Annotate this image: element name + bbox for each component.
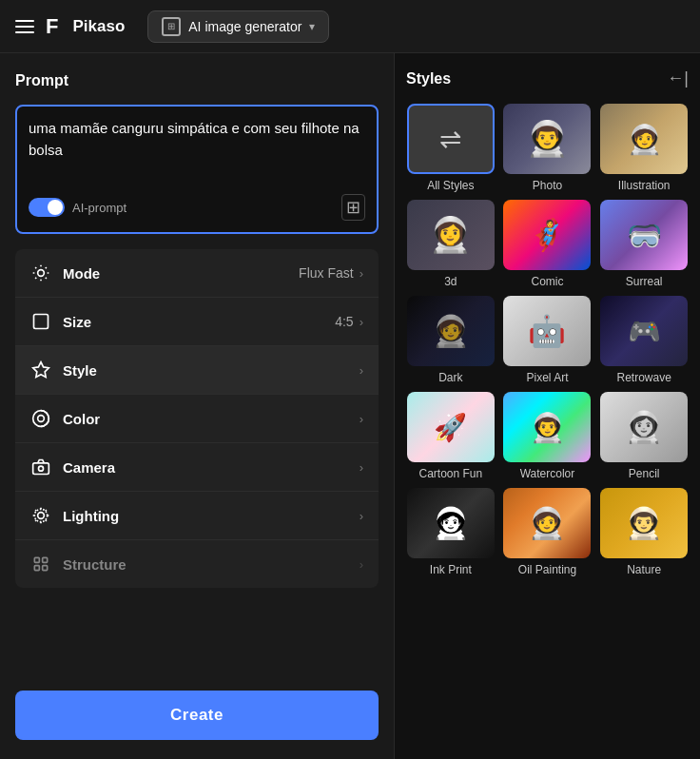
style-thumb-illustration [600,104,688,174]
prompt-label: Prompt [15,72,379,89]
structure-label: Structure [63,556,354,573]
style-label-cartoon-fun: Cartoon Fun [418,467,482,480]
tool-label: AI image generator [188,19,301,34]
settings-row-mode[interactable]: Mode Flux Fast › [15,249,379,298]
add-image-icon[interactable]: ⊞ [341,194,365,221]
style-item-cartoon-fun[interactable]: Cartoon Fun [406,392,496,480]
style-label-pencil: Pencil [629,467,660,480]
style-item-nature[interactable]: Nature [599,488,689,576]
style-label-retrowave: Retrowave [616,371,671,384]
svg-rect-12 [43,566,48,571]
color-label: Color [63,411,354,427]
style-item-dark[interactable]: Dark [406,296,496,384]
style-label-ink-print: Ink Print [430,563,472,576]
svg-rect-11 [34,566,39,571]
prompt-input-wrapper: AI-prompt ⊞ [15,105,379,234]
styles-title: Styles [406,70,451,88]
style-item-watercolor[interactable]: Watercolor [503,392,593,480]
style-item-3d[interactable]: 3d [406,200,496,288]
style-item-all-styles[interactable]: ⇌ All Styles [406,104,496,192]
style-label-3d: 3d [444,275,457,288]
style-item-pixel-art[interactable]: Pixel Art [503,296,593,384]
style-label-photo: Photo [533,179,562,192]
hamburger-menu-button[interactable] [15,20,34,33]
settings-row-color[interactable]: Color › [15,395,379,443]
style-thumb-comic [503,200,591,270]
create-button[interactable]: Create [15,691,379,740]
style-item-surreal[interactable]: Surreal [599,200,689,288]
color-chevron-icon: › [360,412,363,426]
style-thumb-3d [407,200,495,270]
style-item-retrowave[interactable]: Retrowave [599,296,689,384]
style-label-dark: Dark [438,371,462,384]
style-label-pixel-art: Pixel Art [526,371,568,384]
style-item-photo[interactable]: Photo [503,104,593,192]
settings-row-style[interactable]: Style › [15,346,379,395]
prompt-input[interactable] [29,118,365,185]
style-item-comic[interactable]: Comic [503,200,593,288]
right-panel: Styles ←| ⇌ All Styles Photo Illustratio… [395,53,700,759]
chevron-down-icon: ▾ [309,20,315,33]
style-label-nature: Nature [627,563,661,576]
style-item-pencil[interactable]: Pencil [599,392,689,480]
tool-selector[interactable]: ⊞ AI image generator ▾ [147,10,329,43]
style-thumb-pixel-art [503,296,591,366]
svg-point-7 [38,513,45,519]
main-layout: Prompt AI-prompt ⊞ Mode [0,53,700,759]
style-label-illustration: Illustration [618,179,671,192]
style-label: Style [63,362,354,379]
style-thumb-dark [407,296,495,366]
ai-prompt-label: AI-prompt [72,201,126,215]
ai-prompt-toggle[interactable]: AI-prompt [29,198,126,217]
lighting-label: Lighting [63,508,354,524]
styles-header: Styles ←| [406,68,689,88]
settings-list: Mode Flux Fast › Size 4:5 › [15,249,379,588]
style-label-comic: Comic [531,275,563,288]
style-thumb-surreal [600,200,688,270]
mode-label: Mode [63,265,299,282]
svg-rect-5 [33,463,49,475]
style-thumb-pencil [600,392,688,462]
style-item-illustration[interactable]: Illustration [599,104,689,192]
style-thumb-cartoon-fun [407,392,495,462]
style-thumb-photo [503,104,591,174]
app-header: F Pikaso ⊞ AI image generator ▾ [0,0,700,53]
ai-prompt-switch[interactable] [29,198,65,217]
size-label: Size [63,314,335,330]
size-value: 4:5 [335,314,353,329]
style-label-all-styles: All Styles [427,179,474,192]
camera-icon [30,457,51,477]
style-thumb-retrowave [600,296,688,366]
app-name: Pikaso [72,17,125,36]
style-label-surreal: Surreal [626,275,663,288]
camera-chevron-icon: › [360,460,363,475]
svg-rect-10 [43,557,48,562]
style-thumb-watercolor [503,392,591,462]
settings-row-size[interactable]: Size 4:5 › [15,298,379,346]
color-icon [30,408,51,429]
style-thumb-nature [600,488,688,558]
structure-icon [30,554,51,574]
app-logo: F [46,14,57,39]
lighting-chevron-icon: › [360,509,363,523]
svg-rect-9 [34,557,39,562]
settings-row-camera[interactable]: Camera › [15,443,379,492]
structure-chevron-icon: › [360,557,363,572]
svg-point-6 [39,466,44,471]
size-icon [30,311,51,332]
left-panel: Prompt AI-prompt ⊞ Mode [0,53,395,759]
style-label-oil-painting: Oil Painting [518,563,576,576]
style-thumb-all-styles: ⇌ [407,104,495,174]
svg-point-4 [38,416,45,422]
style-thumb-ink-print [407,488,495,558]
shuffle-icon: ⇌ [439,124,461,155]
style-icon [30,360,51,380]
mode-value: Flux Fast [299,265,354,281]
collapse-icon[interactable]: ←| [667,68,689,88]
style-item-ink-print[interactable]: Ink Print [406,488,496,576]
style-thumb-oil-painting [503,488,591,558]
svg-marker-2 [33,362,49,378]
style-item-oil-painting[interactable]: Oil Painting [503,488,593,576]
settings-row-lighting[interactable]: Lighting › [15,492,379,540]
svg-rect-1 [34,315,49,329]
